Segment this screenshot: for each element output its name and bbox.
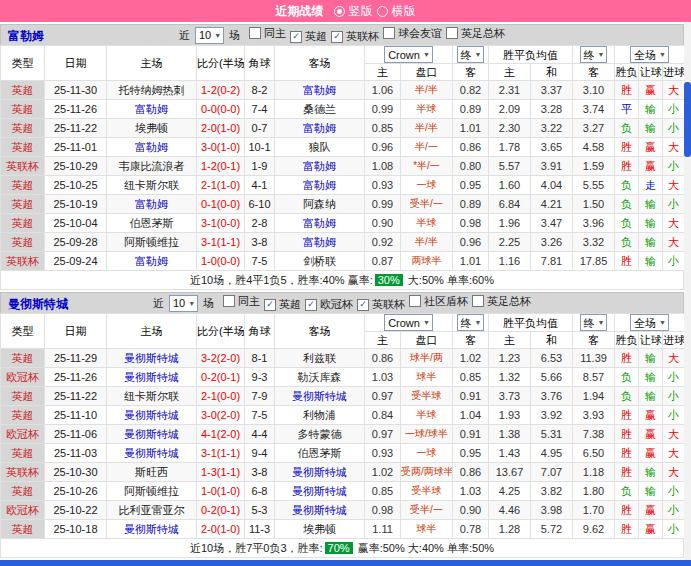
checkbox-unchecked-icon[interactable] <box>446 27 458 39</box>
match-score-link[interactable]: 2-1(0-0) <box>197 387 245 406</box>
home-team-link[interactable]: 阿斯顿维拉 <box>107 233 197 252</box>
match-score-link[interactable]: 1-2(0-1) <box>197 157 245 176</box>
final-avg-select[interactable]: 终▼ <box>580 314 608 331</box>
match-score-link[interactable]: 1-3(1-1) <box>197 463 245 482</box>
match-score-link[interactable]: 0-0(0-0) <box>197 100 245 119</box>
checkbox-checked-icon[interactable]: ✓ <box>331 31 343 43</box>
filter-checkbox-英联杯[interactable]: ✓英联杯 <box>357 297 405 312</box>
match-score-link[interactable]: 1-0(1-0) <box>197 482 245 501</box>
home-team-link[interactable]: 曼彻斯特城 <box>107 425 197 444</box>
filter-checkbox-球会友谊[interactable]: 球会友谊 <box>383 26 442 41</box>
away-team-link[interactable]: 富勒姆 <box>275 81 365 100</box>
full-match-select[interactable]: 全场▼ <box>630 314 669 331</box>
vertical-radio[interactable] <box>334 6 345 17</box>
home-team-link[interactable]: 曼彻斯特城 <box>107 520 197 539</box>
match-score-link[interactable]: 1-2(0-2) <box>197 81 245 100</box>
filter-checkbox-英超[interactable]: ✓英超 <box>290 29 327 44</box>
checkbox-unchecked-icon[interactable] <box>223 295 235 307</box>
filter-checkbox-英联杯[interactable]: ✓英联杯 <box>331 29 379 44</box>
away-team-link[interactable]: 富勒姆 <box>275 157 365 176</box>
match-score-link[interactable]: 3-1(0-0) <box>197 214 245 233</box>
checkbox-unchecked-icon[interactable] <box>472 295 484 307</box>
home-team-link[interactable]: 纽卡斯尔联 <box>107 176 197 195</box>
odds-company-select[interactable]: Crown▼ <box>384 46 433 63</box>
home-team-link[interactable]: 埃弗顿 <box>107 119 197 138</box>
away-team-link[interactable]: 桑德兰 <box>275 100 365 119</box>
away-team-link[interactable]: 曼彻斯特城 <box>275 387 365 406</box>
final-avg-select[interactable]: 终▼ <box>580 46 608 63</box>
home-team-link[interactable]: 曼彻斯特城 <box>107 368 197 387</box>
recent-count-select[interactable]: 10▼ <box>169 295 198 312</box>
away-team-link[interactable]: 利兹联 <box>275 349 365 368</box>
away-team-link[interactable]: 狼队 <box>275 138 365 157</box>
home-team-link[interactable]: 富勒姆 <box>107 195 197 214</box>
checkbox-checked-icon[interactable]: ✓ <box>357 299 369 311</box>
home-team-link[interactable]: 比利亚雷亚尔 <box>107 501 197 520</box>
final-odds-select[interactable]: 终▼ <box>457 46 485 63</box>
away-team-link[interactable]: 伯恩茅斯 <box>275 444 365 463</box>
home-team-link[interactable]: 曼彻斯特城 <box>107 444 197 463</box>
filter-checkbox-英超[interactable]: ✓英超 <box>264 297 301 312</box>
away-team-link[interactable]: 曼彻斯特城 <box>275 482 365 501</box>
home-team-link[interactable]: 纽卡斯尔联 <box>107 387 197 406</box>
match-score-link[interactable]: 1-0(0-0) <box>197 252 245 271</box>
home-team-link[interactable]: 富勒姆 <box>107 100 197 119</box>
vertical-scrollbar[interactable] <box>684 22 691 560</box>
horizontal-radio[interactable] <box>377 6 388 17</box>
horizontal-scrollbar[interactable] <box>0 560 691 566</box>
horizontal-label[interactable]: 横版 <box>392 3 416 20</box>
checkbox-checked-icon[interactable]: ✓ <box>305 299 317 311</box>
match-score-link[interactable]: 4-1(2-0) <box>197 425 245 444</box>
away-team-link[interactable]: 多特蒙德 <box>275 425 365 444</box>
away-team-link[interactable]: 勒沃库森 <box>275 368 365 387</box>
recent-count-select[interactable]: 10▼ <box>195 27 224 44</box>
match-score-link[interactable]: 3-1(1-1) <box>197 233 245 252</box>
filter-checkbox-英足总杯[interactable]: 英足总杯 <box>472 294 531 309</box>
match-score-link[interactable]: 2-0(1-0) <box>197 520 245 539</box>
odds-company-select[interactable]: Crown▼ <box>384 314 433 331</box>
filter-checkbox-同主[interactable]: 同主 <box>249 26 286 41</box>
match-score-link[interactable]: 2-1(1-0) <box>197 176 245 195</box>
away-team-link[interactable]: 利物浦 <box>275 406 365 425</box>
home-team-link[interactable]: 阿斯顿维拉 <box>107 482 197 501</box>
match-score-link[interactable]: 3-0(1-0) <box>197 138 245 157</box>
full-match-select[interactable]: 全场▼ <box>630 46 669 63</box>
away-team-link[interactable]: 埃弗顿 <box>275 520 365 539</box>
home-team-link[interactable]: 富勒姆 <box>107 252 197 271</box>
team-name[interactable]: 富勒姆 <box>8 28 44 45</box>
match-score-link[interactable]: 2-0(1-0) <box>197 119 245 138</box>
home-team-link[interactable]: 斯旺西 <box>107 463 197 482</box>
filter-checkbox-英足总杯[interactable]: 英足总杯 <box>446 26 505 41</box>
match-score-link[interactable]: 3-0(2-0) <box>197 406 245 425</box>
team-name[interactable]: 曼彻斯特城 <box>8 296 68 313</box>
checkbox-unchecked-icon[interactable] <box>409 295 421 307</box>
match-score-link[interactable]: 0-1(0-0) <box>197 195 245 214</box>
filter-checkbox-欧冠杯[interactable]: ✓欧冠杯 <box>305 297 353 312</box>
away-team-link[interactable]: 阿森纳 <box>275 195 365 214</box>
vertical-scrollbar-thumb[interactable] <box>684 82 691 157</box>
away-team-link[interactable]: 富勒姆 <box>275 119 365 138</box>
away-team-link[interactable]: 曼彻斯特城 <box>275 463 365 482</box>
home-team-link[interactable]: 曼彻斯特城 <box>107 406 197 425</box>
checkbox-checked-icon[interactable]: ✓ <box>264 299 276 311</box>
away-team-link[interactable]: 富勒姆 <box>275 214 365 233</box>
checkbox-unchecked-icon[interactable] <box>383 27 395 39</box>
vertical-label[interactable]: 竖版 <box>349 3 373 20</box>
match-score-link[interactable]: 3-1(1-1) <box>197 444 245 463</box>
away-team-link[interactable]: 富勒姆 <box>275 233 365 252</box>
home-team-link[interactable]: 韦康比流浪者 <box>107 157 197 176</box>
match-score-link[interactable]: 0-2(0-1) <box>197 368 245 387</box>
filter-checkbox-社区盾杯[interactable]: 社区盾杯 <box>409 294 468 309</box>
home-team-link[interactable]: 托特纳姆热刺 <box>107 81 197 100</box>
final-odds-select[interactable]: 终▼ <box>457 314 485 331</box>
home-team-link[interactable]: 伯恩茅斯 <box>107 214 197 233</box>
checkbox-unchecked-icon[interactable] <box>249 27 261 39</box>
home-team-link[interactable]: 富勒姆 <box>107 138 197 157</box>
away-team-link[interactable]: 曼彻斯特城 <box>275 501 365 520</box>
match-score-link[interactable]: 0-2(0-1) <box>197 501 245 520</box>
home-team-link[interactable]: 曼彻斯特城 <box>107 349 197 368</box>
match-score-link[interactable]: 3-2(2-0) <box>197 349 245 368</box>
checkbox-checked-icon[interactable]: ✓ <box>290 31 302 43</box>
away-team-link[interactable]: 剑桥联 <box>275 252 365 271</box>
filter-checkbox-同主[interactable]: 同主 <box>223 294 260 309</box>
